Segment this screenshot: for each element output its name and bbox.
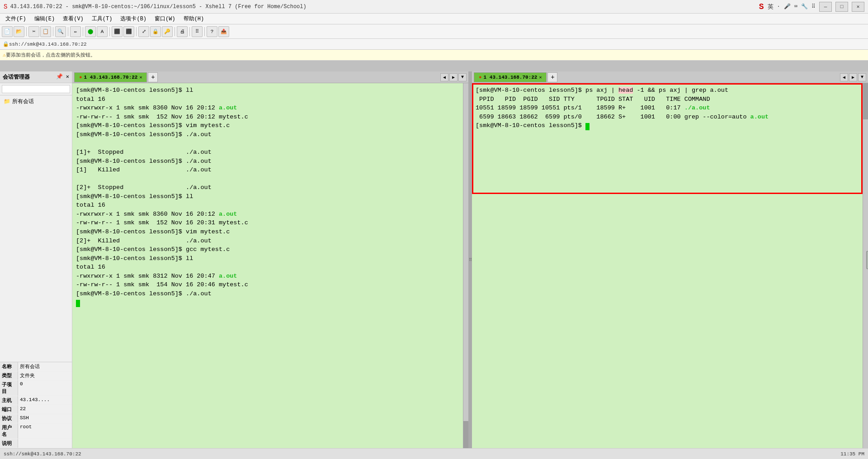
menu-help[interactable]: 帮助(H) (180, 14, 208, 24)
term-line: [smk@VM-8-10-centos lesson5]$ gcc mytest… (76, 245, 465, 254)
right-terminal-body[interactable]: [smk@VM-8-10-centos lesson5]$ ps axj | h… (472, 83, 868, 448)
left-tab-prev[interactable]: ◀ (440, 73, 448, 81)
right-tab-add[interactable]: + (547, 72, 557, 82)
ime-keyboard[interactable]: ⌨ (794, 3, 797, 10)
sidebar-props: 名称 所有会话 类型 文件夹 子项目 0 主机 43.143.... 端口 (0, 362, 72, 448)
sidebar-controls: 📌 ✕ (56, 73, 69, 81)
content-area: 会话管理器 📌 ✕ 📁 所有会话 名称 所有会话 (0, 71, 868, 448)
menu-window[interactable]: 窗口(W) (151, 14, 179, 24)
sidebar-header: 会话管理器 📌 ✕ (0, 71, 72, 83)
tb-open[interactable]: 📂 (14, 26, 24, 37)
tb-copy[interactable]: 📋 (40, 26, 51, 37)
tb-print[interactable]: 🖨 (177, 26, 188, 37)
menu-edit[interactable]: 编辑(E) (31, 14, 59, 24)
left-scrollbar-thumb[interactable] (463, 421, 468, 448)
tb-send[interactable]: 📤 (218, 26, 229, 37)
term-line: -rwxrwxr-x 1 smk smk 8360 Nov 16 20:12 a… (76, 104, 465, 113)
term-line: -rwxrwxr-x 1 smk smk 8360 Nov 16 20:12 a… (76, 210, 465, 219)
right-term-line-5: [smk@VM-8-10-centos lesson5]$ (476, 121, 861, 130)
left-terminal-body[interactable]: [smk@VM-8-10-centos lesson5]$ ll total 1… (72, 83, 468, 448)
maximize-button[interactable]: □ (835, 2, 848, 12)
right-tab-active[interactable]: ● 1 43.143.168.70:22 ✕ (474, 72, 547, 82)
right-tab-prev[interactable]: ◀ (840, 73, 848, 81)
right-tab-label: 1 43.143.168.70:22 (484, 75, 538, 80)
tree-item-all-sessions[interactable]: 📁 所有会话 (0, 96, 72, 107)
sidebar-pin[interactable]: 📌 (56, 74, 63, 80)
prop-port: 端口 22 (0, 405, 72, 414)
right-tab-close[interactable]: ✕ (539, 75, 542, 80)
tb-expand[interactable]: ⤢ (138, 26, 149, 37)
prop-host: 主机 43.143.... (0, 396, 72, 405)
folder-icon: 📁 (4, 98, 10, 105)
tb-sep2 (53, 27, 53, 36)
ime-mic[interactable]: 🎤 (784, 3, 791, 10)
tb-color[interactable]: ⬤ (85, 26, 96, 37)
left-tab-active[interactable]: ● 1 43.143.168.70:22 ✕ (74, 72, 147, 82)
tb-sep3 (68, 27, 68, 36)
ime-icon-s[interactable]: S (759, 2, 764, 11)
left-tab-add[interactable]: + (148, 72, 158, 82)
tb-help[interactable]: ? (207, 26, 217, 37)
prop-type: 类型 文件夹 (0, 371, 72, 380)
term-line: [smk@VM-8-10-centos lesson5]$ ll (76, 254, 465, 263)
status-time: 11:35 PM (840, 451, 864, 457)
tb-new[interactable]: 📄 (2, 26, 13, 37)
menu-bar: 文件(F) 编辑(E) 查看(V) 工具(T) 选项卡(B) 窗口(W) 帮助(… (0, 14, 868, 24)
tb-find[interactable]: 🔍 (55, 26, 66, 37)
term-line: [2]+ Killed ./a.out (76, 237, 465, 246)
right-term-line-2: PPID PID PGID SID TTY TPGID STAT UID TIM… (476, 95, 861, 104)
status-bar: ssh://smk@43.143.168.70:22 11:35 PM (0, 448, 868, 459)
search-input[interactable] (2, 85, 70, 93)
minimize-button[interactable]: — (819, 2, 832, 12)
tb-green[interactable]: ⬛ (123, 26, 134, 37)
terminals-split: ● 1 43.143.168.70:22 ✕ + ◀ ▶ ▼ [s (72, 71, 868, 448)
term-line: [smk@VM-8-10-centos lesson5]$ ll (76, 192, 465, 201)
app-container: S 43.143.168.70:22 - smk@VM-8-10-centos:… (0, 0, 868, 459)
right-term-line-3: 10551 18599 18599 10551 pts/1 18599 R+ 1… (476, 104, 861, 113)
resize-handle[interactable] (866, 251, 868, 269)
menu-tools[interactable]: 工具(T) (88, 14, 116, 24)
ime-lang[interactable]: 英 (768, 3, 774, 11)
tb-key[interactable]: 🔑 (162, 26, 173, 37)
menu-tabs[interactable]: 选项卡(B) (117, 14, 150, 24)
term-line: [2]+ Stopped ./a.out (76, 183, 465, 192)
right-tab-next[interactable]: ▶ (849, 73, 857, 81)
left-tab-next[interactable]: ▶ (449, 73, 458, 81)
pane-divider[interactable]: ⠿ (468, 71, 472, 448)
tb-grid[interactable]: ⠿ (192, 26, 203, 37)
left-tab-menu[interactable]: ▼ (458, 73, 467, 81)
left-scrollbar[interactable] (463, 83, 468, 448)
title-bar-controls: S 英 · 🎤 ⌨ 🔧 ⠿ — □ ✕ (759, 2, 864, 12)
sidebar-search (0, 83, 72, 95)
menu-view[interactable]: 查看(V) (59, 14, 87, 24)
tb-stop[interactable]: ⬛ (112, 26, 123, 37)
term-line: -rw-rw-r-- 1 smk smk 152 Nov 16 20:31 my… (76, 218, 465, 227)
prop-username: 用户名 root (0, 423, 72, 439)
left-tab-close[interactable]: ✕ (139, 75, 142, 80)
sidebar-close[interactable]: ✕ (66, 74, 69, 80)
sidebar-tree: 📁 所有会话 (0, 95, 72, 362)
right-tab-menu[interactable]: ▼ (858, 73, 866, 81)
right-tab-nav: ◀ ▶ ▼ (840, 73, 866, 81)
right-tab-row: ● 1 43.143.168.70:22 ✕ + ◀ ▶ ▼ (472, 71, 868, 83)
term-line: [smk@VM-8-10-centos lesson5]$ ll (76, 86, 465, 95)
right-scrollbar-thumb[interactable] (863, 83, 868, 119)
term-line: total 16 (76, 201, 465, 210)
term-line: [smk@VM-8-10-centos lesson5]$ vim mytest… (76, 121, 465, 130)
prop-protocol: 协议 SSH (0, 414, 72, 423)
ime-icon2[interactable]: 🔧 (801, 3, 808, 10)
tb-cut[interactable]: ✂ (28, 26, 39, 37)
close-button[interactable]: ✕ (852, 2, 864, 12)
tb-compose[interactable]: ✏ (70, 26, 81, 37)
left-tab-nav: ◀ ▶ ▼ (440, 73, 467, 81)
tb-bold[interactable]: A (97, 26, 108, 37)
menu-file[interactable]: 文件(F) (2, 14, 30, 24)
ime-grid[interactable]: ⠿ (811, 3, 816, 10)
tb-lock[interactable]: 🔒 (150, 26, 161, 37)
tb-sep6 (136, 27, 137, 36)
window-title: 43.143.168.70:22 - smk@VM-8-10-centos:~/… (10, 4, 306, 10)
session-manager-label: 会话管理器 (3, 73, 30, 81)
term-line: total 16 (76, 95, 465, 104)
term-cursor-line (76, 298, 465, 308)
notice-icon: ⚠ (3, 52, 6, 58)
